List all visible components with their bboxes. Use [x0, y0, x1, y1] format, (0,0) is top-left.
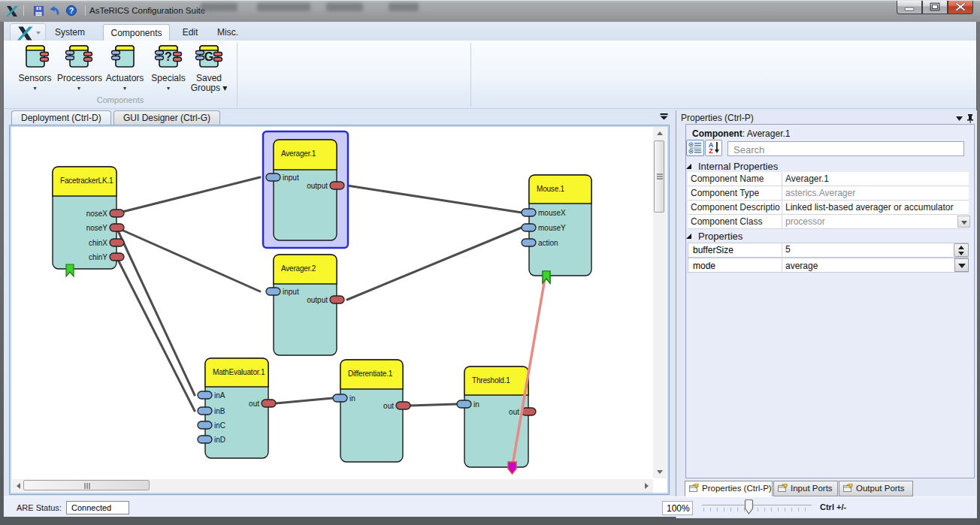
- svg-text:inA: inA: [214, 391, 225, 400]
- svg-text:Z: Z: [709, 147, 713, 154]
- svg-text:?: ?: [69, 7, 74, 15]
- svg-text:FacetrackerLK.1: FacetrackerLK.1: [60, 177, 113, 185]
- svg-text:Differentiate.1: Differentiate.1: [348, 370, 393, 378]
- svg-text:output: output: [307, 182, 328, 190]
- svg-text:chinX: chinX: [89, 239, 107, 247]
- svg-text:inD: inD: [214, 436, 225, 444]
- svg-text:?: ?: [165, 50, 172, 63]
- svg-text:Averager.2: Averager.2: [281, 264, 316, 273]
- svg-text:action: action: [538, 239, 558, 247]
- svg-text:in: in: [473, 400, 479, 409]
- svg-text:Threshold.1: Threshold.1: [472, 376, 510, 385]
- svg-text:Averager.1: Averager.1: [281, 149, 316, 158]
- svg-text:mouseX: mouseX: [538, 209, 566, 217]
- svg-text:noseX: noseX: [86, 210, 108, 218]
- svg-text:input: input: [283, 173, 299, 182]
- svg-text:out: out: [249, 400, 259, 408]
- svg-text:chinY: chinY: [89, 253, 107, 261]
- svg-text:input: input: [283, 288, 299, 296]
- svg-text:output: output: [307, 296, 328, 304]
- svg-text:out: out: [383, 402, 394, 410]
- svg-text:mouseY: mouseY: [538, 224, 566, 232]
- svg-text:noseY: noseY: [86, 224, 108, 232]
- svg-text:inB: inB: [214, 407, 225, 415]
- svg-text:Mouse.1: Mouse.1: [537, 185, 565, 193]
- svg-text:G: G: [204, 50, 213, 63]
- svg-text:MathEvaluator.1: MathEvaluator.1: [213, 368, 265, 376]
- svg-text:inC: inC: [214, 421, 225, 430]
- svg-text:out: out: [509, 408, 519, 416]
- svg-text:in: in: [349, 394, 355, 403]
